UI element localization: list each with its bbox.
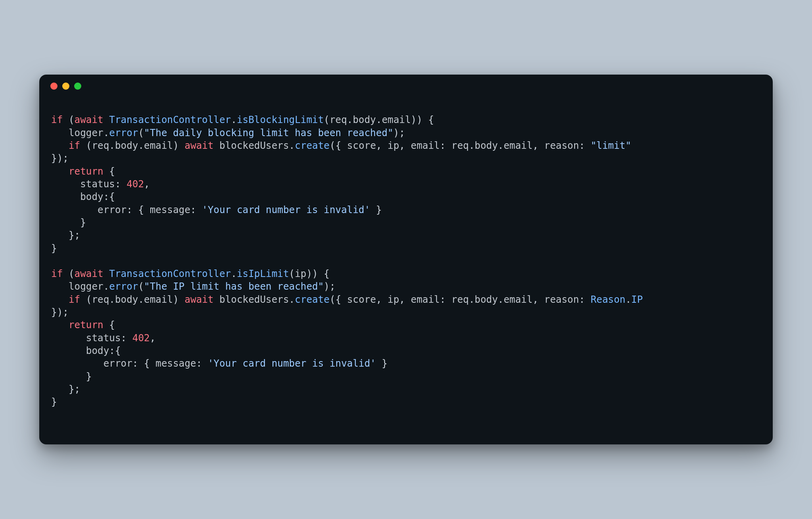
code-token-punct: . xyxy=(469,140,475,151)
code-token-ident: body xyxy=(475,294,498,305)
code-token-punct xyxy=(51,294,69,305)
code-token-punct: ); xyxy=(324,281,335,292)
code-token-punct: , xyxy=(532,294,544,305)
code-token-ident: ip xyxy=(388,294,399,305)
code-token-punct: , xyxy=(144,178,150,190)
code-token-punct xyxy=(103,114,109,125)
code-token-punct xyxy=(51,165,69,177)
code-token-punct: } xyxy=(51,396,57,408)
code-token-kw: if xyxy=(69,140,80,151)
code-token-punct: } xyxy=(51,217,86,228)
code-token-punct: : xyxy=(579,140,590,151)
code-token-ident: logger xyxy=(69,127,103,138)
code-token-ident: status xyxy=(80,178,115,190)
code-token-ident: score xyxy=(347,294,376,305)
code-token-kw: if xyxy=(51,114,63,125)
code-token-punct xyxy=(51,319,69,331)
code-token-punct: ( xyxy=(63,268,74,279)
code-token-punct xyxy=(51,127,69,138)
code-token-punct: : { xyxy=(126,204,150,215)
code-token-punct: . xyxy=(289,294,295,305)
code-token-method: isIpLimit xyxy=(237,268,289,279)
code-token-ident: req xyxy=(329,114,347,125)
code-token-punct: } xyxy=(376,358,387,369)
minimize-icon[interactable] xyxy=(62,83,69,90)
code-token-ident: email xyxy=(144,294,173,305)
code-token-punct xyxy=(103,268,109,279)
code-token-ident: req xyxy=(452,294,469,305)
code-token-kw: await xyxy=(185,140,214,151)
code-token-num: 402 xyxy=(126,178,144,190)
code-token-str: "limit" xyxy=(591,140,631,151)
code-token-str: "The IP limit has been reached" xyxy=(144,281,324,292)
code-token-punct: { xyxy=(103,165,115,177)
code-token-num: 402 xyxy=(132,332,150,344)
code-token-punct: , xyxy=(532,140,544,151)
code-token-punct: ( xyxy=(80,140,92,151)
code-token-punct xyxy=(51,332,86,344)
code-token-punct: } xyxy=(51,242,57,254)
code-token-method: IP xyxy=(631,294,643,305)
code-token-punct: . xyxy=(498,294,504,305)
code-token-ident: reason xyxy=(544,140,579,151)
code-token-ident: email xyxy=(382,114,411,125)
code-token-method: error xyxy=(109,127,138,138)
code-token-kw: await xyxy=(185,294,214,305)
code-token-punct: } xyxy=(370,204,382,215)
code-token-punct xyxy=(214,140,220,151)
code-token-method: TransactionController xyxy=(109,268,231,279)
code-token-punct: : xyxy=(190,204,202,215)
code-token-ident: message xyxy=(155,358,196,369)
code-token-punct xyxy=(51,345,86,356)
code-token-ident: email xyxy=(411,294,440,305)
code-token-punct xyxy=(51,178,80,190)
code-token-punct xyxy=(51,140,69,151)
code-token-punct: ) xyxy=(173,140,184,151)
code-token-punct: . xyxy=(138,140,144,151)
code-token-punct: }); xyxy=(51,306,69,318)
code-token-kw: if xyxy=(69,294,80,305)
code-token-punct: . xyxy=(109,294,115,305)
code-token-punct: , xyxy=(150,332,156,344)
code-token-punct: , xyxy=(399,140,411,151)
code-token-punct: ( xyxy=(138,127,144,138)
code-token-ident: body xyxy=(475,140,498,151)
code-token-kw: return xyxy=(69,319,103,331)
code-token-punct: }; xyxy=(51,383,80,395)
code-token-punct: ( xyxy=(289,268,295,279)
code-token-punct: . xyxy=(109,140,115,151)
code-token-punct: { xyxy=(103,319,115,331)
code-token-method: create xyxy=(295,140,329,151)
code-token-ident: req xyxy=(92,294,109,305)
code-token-ident: message xyxy=(150,204,190,215)
code-token-punct: : xyxy=(121,332,132,344)
code-token-ident: email xyxy=(411,140,440,151)
code-token-punct: . xyxy=(103,281,109,292)
code-token-ident: error xyxy=(98,204,126,215)
code-token-ident: req xyxy=(452,140,469,151)
code-token-punct: . xyxy=(103,127,109,138)
code-token-punct: ( xyxy=(138,281,144,292)
code-token-ident: status xyxy=(86,332,121,344)
code-token-punct: . xyxy=(625,294,631,305)
code-token-punct: : xyxy=(196,358,208,369)
code-token-punct: . xyxy=(138,294,144,305)
code-token-punct: }; xyxy=(51,229,80,241)
close-icon[interactable] xyxy=(50,83,57,90)
code-token-punct: )) { xyxy=(306,268,330,279)
code-token-method: error xyxy=(109,281,138,292)
code-token-punct: )) { xyxy=(411,114,434,125)
window-titlebar xyxy=(39,75,773,98)
code-token-ident: blockedUsers xyxy=(219,294,289,305)
code-token-punct: ( xyxy=(63,114,74,125)
code-token-punct: ); xyxy=(393,127,405,138)
code-token-ident: error xyxy=(103,358,132,369)
code-token-punct: :{ xyxy=(109,345,121,356)
code-token-punct: : xyxy=(440,294,451,305)
code-token-method: Reason xyxy=(591,294,626,305)
code-token-str: 'Your card number is invalid' xyxy=(202,204,370,215)
zoom-icon[interactable] xyxy=(74,83,81,90)
code-token-kw: await xyxy=(75,268,103,279)
code-token-punct: . xyxy=(498,140,504,151)
code-token-punct: }); xyxy=(51,152,69,164)
